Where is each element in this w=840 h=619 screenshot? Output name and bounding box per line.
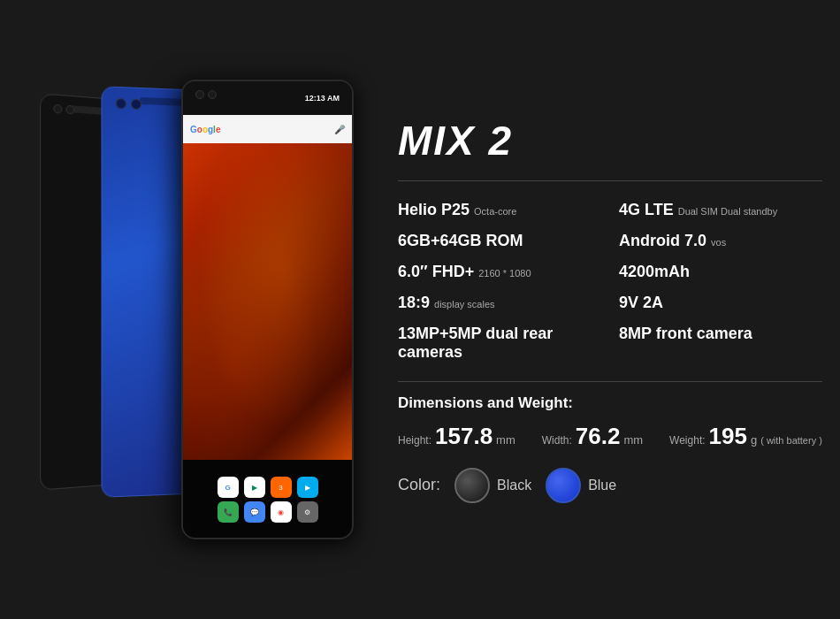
settings-icon: ⚙ (297, 501, 318, 523)
color-row: Color: Black Blue (398, 468, 822, 503)
width-value: 76.2 (576, 423, 621, 450)
height-value: 157.8 (435, 423, 493, 450)
weight-label: Weight: (669, 434, 705, 447)
spec-front-camera: 8MP front camera (619, 321, 822, 365)
playstore-icon: ▶ (297, 477, 318, 498)
weight-unit: g (751, 433, 757, 447)
charging-value: 9V 2A (619, 294, 663, 312)
cameras-value: 13MP+5MP dual rear cameras (398, 325, 601, 362)
color-label: Color: (398, 476, 440, 494)
messages-icon: 💬 (244, 501, 265, 523)
blue-color-name: Blue (588, 478, 616, 493)
black-color-circle[interactable] (454, 468, 490, 503)
os-value: Android 7.0 (619, 232, 706, 250)
weight-note: ( with battery ) (760, 435, 822, 446)
processor-sub: Octa-core (474, 206, 516, 217)
search-bar: Google 🎤 (183, 115, 352, 143)
divider-top (398, 180, 822, 181)
os-sub: vos (711, 237, 726, 248)
main-cam-2 (208, 90, 217, 99)
phone-top-bar: 12:13 AM (183, 81, 352, 115)
dim-weight: Weight: 195 g ( with battery ) (669, 423, 822, 450)
icon-row-1: G ▶ 3 ▶ (218, 477, 318, 498)
spec-battery: 4200mAh (619, 259, 822, 285)
width-label: Width: (542, 434, 572, 447)
dimensions-row: Height: 157.8 mm Width: 76.2 mm Weight: … (398, 423, 822, 450)
battery-value: 4200mAh (619, 263, 690, 281)
weight-value: 195 (709, 423, 747, 450)
icon-row-2: 📞 💬 ◉ ⚙ (218, 501, 318, 523)
spec-cameras: 13MP+5MP dual rear cameras (398, 321, 601, 365)
google-icon: G (218, 477, 239, 498)
phone-area: 12:13 AM Google 🎤 G ▶ 3 (27, 35, 371, 584)
spec-os: Android 7.0 vos (619, 228, 822, 254)
wallpaper (183, 143, 352, 460)
spec-ratio: 18:9 display scales (398, 290, 601, 316)
phone-screen: Google 🎤 (183, 115, 352, 460)
main-cam-1 (195, 90, 204, 99)
lte-value: 4G LTE (619, 201, 674, 219)
play-icon: ▶ (244, 477, 265, 498)
page-container: 12:13 AM Google 🎤 G ▶ 3 (0, 0, 840, 619)
spec-charging: 9V 2A (619, 290, 822, 316)
specs-area: MIX 2 Helio P25 Octa-core 4G LTE Dual SI… (371, 35, 822, 584)
phone-app-icon: 📞 (218, 501, 239, 523)
lte-sub: Dual SIM Dual standby (678, 206, 778, 217)
google-logo: Google (190, 125, 220, 134)
ram-value: 6GB+64GB ROM (398, 232, 523, 250)
display-type: FHD+ (432, 263, 475, 281)
width-unit: mm (623, 433, 643, 447)
black-color-name: Black (497, 478, 531, 493)
phone-main: 12:13 AM Google 🎤 G ▶ 3 (181, 80, 354, 539)
color-option-blue[interactable]: Blue (546, 468, 616, 503)
spec-lte: 4G LTE Dual SIM Dual standby (619, 197, 822, 223)
camera-dot-1 (53, 104, 62, 114)
360-icon: 3 (271, 477, 292, 498)
dim-height: Height: 157.8 mm (398, 423, 515, 450)
app-icons: G ▶ 3 ▶ 📞 💬 ◉ ⚙ (183, 460, 352, 539)
front-camera-value: 8MP front camera (619, 325, 752, 343)
dimensions-title: Dimensions and Weight: (398, 394, 822, 412)
dim-width: Width: 76.2 mm (542, 423, 643, 450)
phone-stack: 12:13 AM Google 🎤 G ▶ 3 (40, 80, 358, 539)
display-res: 2160 * 1080 (478, 268, 531, 279)
ratio-sub: display scales (434, 299, 494, 310)
product-title: MIX 2 (398, 117, 822, 164)
spec-processor: Helio P25 Octa-core (398, 197, 601, 223)
processor-value: Helio P25 (398, 201, 470, 219)
color-option-black[interactable]: Black (454, 468, 531, 503)
phone-time: 12:13 AM (305, 94, 340, 103)
blue-cam-2 (131, 99, 141, 111)
spec-ram: 6GB+64GB ROM (398, 228, 601, 254)
display-size: 6.0″ (398, 263, 428, 281)
blue-color-circle[interactable] (546, 468, 581, 503)
height-unit: mm (496, 433, 515, 447)
blue-cam-1 (116, 98, 126, 110)
camera-dot-2 (65, 105, 74, 115)
chrome-icon: ◉ (271, 501, 292, 523)
specs-grid: Helio P25 Octa-core 4G LTE Dual SIM Dual… (398, 197, 822, 365)
mic-icon: 🎤 (334, 125, 345, 134)
height-label: Height: (398, 434, 431, 447)
spec-display: 6.0″ FHD+ 2160 * 1080 (398, 259, 601, 285)
ratio-value: 18:9 (398, 294, 430, 312)
divider-middle (398, 381, 822, 382)
